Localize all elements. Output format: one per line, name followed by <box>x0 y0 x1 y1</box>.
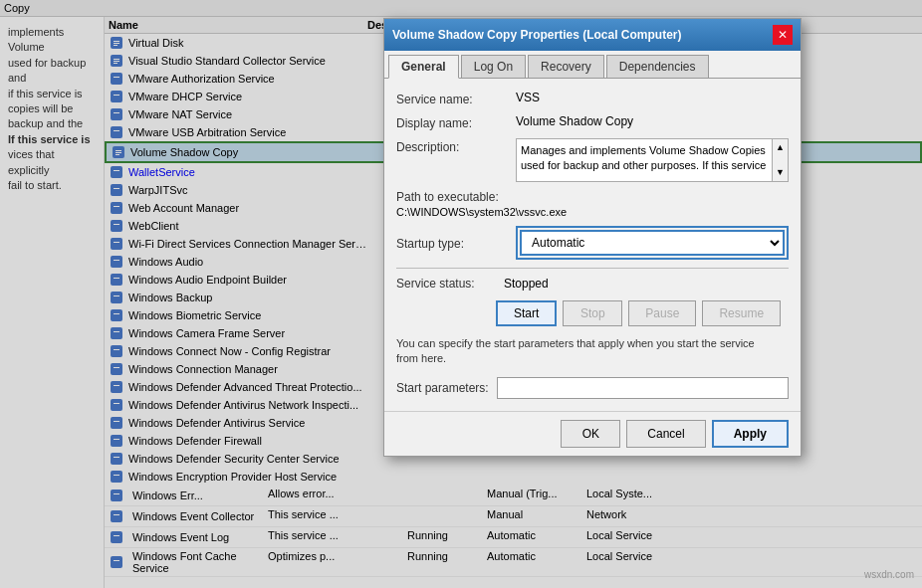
service-name-label: Service name: <box>396 91 516 106</box>
stop-button[interactable]: Stop <box>563 300 622 326</box>
dialog-titlebar: Volume Shadow Copy Properties (Local Com… <box>384 19 801 51</box>
display-name-row: Display name: Volume Shadow Copy <box>396 114 789 130</box>
params-row: Start parameters: <box>396 377 789 399</box>
ok-button[interactable]: OK <box>561 420 620 448</box>
path-value: C:\WINDOWS\system32\vssvc.exe <box>396 206 789 218</box>
resume-button[interactable]: Resume <box>702 300 781 326</box>
properties-dialog: Volume Shadow Copy Properties (Local Com… <box>383 18 802 457</box>
cancel-button[interactable]: Cancel <box>626 420 705 448</box>
startup-type-label: Startup type: <box>396 235 516 251</box>
dialog-body: Service name: VSS Display name: Volume S… <box>384 79 801 411</box>
service-status-label: Service status: <box>396 277 496 291</box>
description-row: Description: Manages and implements Volu… <box>396 138 789 182</box>
description-text: Manages and implements Volume Shadow Cop… <box>521 144 766 171</box>
display-name-label: Display name: <box>396 114 516 130</box>
description-label: Description: <box>396 138 516 154</box>
description-scrollbar[interactable]: ▲ ▼ <box>772 139 788 181</box>
apply-button[interactable]: Apply <box>712 420 789 448</box>
start-button[interactable]: Start <box>496 300 557 326</box>
tab-dependencies[interactable]: Dependencies <box>606 55 709 78</box>
service-name-row: Service name: VSS <box>396 91 789 106</box>
service-status-section: Service status: Stopped <box>396 277 789 291</box>
dialog-footer: OK Cancel Apply <box>384 411 801 456</box>
divider <box>396 268 789 269</box>
service-control-buttons: Start Stop Pause Resume <box>496 300 789 326</box>
startup-type-select[interactable]: Automatic Automatic (Delayed Start) Manu… <box>520 230 785 256</box>
params-label: Start parameters: <box>396 381 489 395</box>
service-status-value: Stopped <box>504 277 549 291</box>
description-value: Manages and implements Volume Shadow Cop… <box>516 138 789 182</box>
service-name-value: VSS <box>516 91 789 104</box>
startup-type-row: Startup type: Automatic Automatic (Delay… <box>396 226 789 260</box>
dialog-tabs: General Log On Recovery Dependencies <box>384 51 801 79</box>
params-input[interactable] <box>497 377 789 399</box>
tab-logon[interactable]: Log On <box>461 55 526 78</box>
dialog-close-button[interactable]: ✕ <box>773 25 793 45</box>
path-row: Path to executable: C:\WINDOWS\system32\… <box>396 190 789 218</box>
tab-recovery[interactable]: Recovery <box>528 55 604 78</box>
dialog-title: Volume Shadow Copy Properties (Local Com… <box>392 28 681 42</box>
helper-text: You can specify the start parameters tha… <box>396 336 789 367</box>
pause-button[interactable]: Pause <box>628 300 696 326</box>
tab-general[interactable]: General <box>388 55 459 79</box>
path-label: Path to executable: <box>396 190 789 204</box>
display-name-value: Volume Shadow Copy <box>516 114 789 128</box>
dialog-overlay: Volume Shadow Copy Properties (Local Com… <box>0 0 922 588</box>
